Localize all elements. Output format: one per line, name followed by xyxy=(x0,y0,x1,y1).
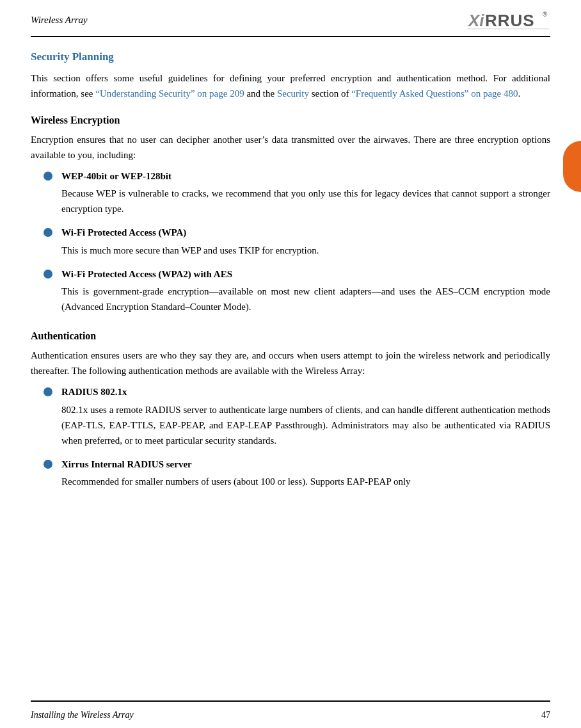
bullet-dot-wpa xyxy=(44,228,52,237)
svg-text:Xi: Xi xyxy=(467,11,484,30)
bullet-item-xirrus-radius: Xirrus Internal RADIUS server Recommende… xyxy=(44,457,550,490)
bullet-content-wep: WEP-40bit or WEP-128bit Because WEP is v… xyxy=(61,169,550,217)
auth-bullet-list: RADIUS 802.1x 802.1x uses a remote RADIU… xyxy=(44,385,550,489)
bullet-body-radius: 802.1x uses a remote RADIUS server to au… xyxy=(61,402,550,448)
security-planning-heading: Security Planning xyxy=(31,49,550,65)
bullet-title-wpa2: Wi-Fi Protected Access (WPA2) with AES xyxy=(61,267,550,282)
bullet-body-xirrus-radius: Recommended for smaller numbers of users… xyxy=(61,474,550,489)
svg-text:RRUS: RRUS xyxy=(485,11,535,30)
bullet-title-xirrus-radius: Xirrus Internal RADIUS server xyxy=(61,457,550,472)
orange-tab xyxy=(563,141,581,192)
page-header: Wireless Array Xi RRUS ® xyxy=(31,0,550,37)
bullet-content-wpa2: Wi-Fi Protected Access (WPA2) with AES T… xyxy=(61,267,550,315)
authentication-section: Authentication Authentication ensures us… xyxy=(31,328,550,489)
link-faq[interactable]: “Frequently Asked Questions” on page 480 xyxy=(351,88,518,99)
bullet-item-wpa2: Wi-Fi Protected Access (WPA2) with AES T… xyxy=(44,267,550,315)
authentication-heading: Authentication xyxy=(31,328,550,344)
bullet-item-radius: RADIUS 802.1x 802.1x uses a remote RADIU… xyxy=(44,385,550,448)
main-content: Security Planning This section offers so… xyxy=(31,49,550,700)
authentication-body: Authentication ensures users are who the… xyxy=(31,348,550,378)
bullet-content-xirrus-radius: Xirrus Internal RADIUS server Recommende… xyxy=(61,457,550,490)
bullet-body-wpa: This is much more secure than WEP and us… xyxy=(61,243,550,258)
link-security[interactable]: Security xyxy=(277,88,309,99)
security-planning-section: Security Planning This section offers so… xyxy=(31,49,550,101)
bullet-content-radius: RADIUS 802.1x 802.1x uses a remote RADIU… xyxy=(61,385,550,448)
bullet-item-wpa: Wi-Fi Protected Access (WPA) This is muc… xyxy=(44,225,550,258)
bullet-dot-wep xyxy=(44,172,52,181)
page-footer: Installing the Wireless Array 47 xyxy=(31,700,550,728)
logo-area: Xi RRUS ® xyxy=(467,9,550,31)
xirrus-logo: Xi RRUS ® xyxy=(467,9,550,31)
bullet-title-radius: RADIUS 802.1x xyxy=(61,385,550,400)
bullet-dot-wpa2 xyxy=(44,270,52,279)
bullet-item-wep: WEP-40bit or WEP-128bit Because WEP is v… xyxy=(44,169,550,217)
footer-page-number: 47 xyxy=(541,708,550,722)
encryption-bullet-list: WEP-40bit or WEP-128bit Because WEP is v… xyxy=(44,169,550,315)
wireless-encryption-section: Wireless Encryption Encryption ensures t… xyxy=(31,113,550,315)
bullet-dot-radius xyxy=(44,387,52,396)
header-title: Wireless Array xyxy=(31,13,88,28)
security-planning-intro: This section offers some useful guidelin… xyxy=(31,70,550,101)
bullet-content-wpa: Wi-Fi Protected Access (WPA) This is muc… xyxy=(61,225,550,258)
link-understanding-security[interactable]: “Understanding Security” on page 209 xyxy=(95,88,244,99)
bullet-body-wpa2: This is government-grade encryption—avai… xyxy=(61,284,550,314)
footer-left: Installing the Wireless Array xyxy=(31,708,134,722)
bullet-title-wep: WEP-40bit or WEP-128bit xyxy=(61,169,550,184)
svg-text:®: ® xyxy=(543,11,548,18)
wireless-encryption-body: Encryption ensures that no user can deci… xyxy=(31,132,550,163)
bullet-dot-xirrus-radius xyxy=(44,460,52,469)
wireless-encryption-heading: Wireless Encryption xyxy=(31,113,550,128)
bullet-body-wep: Because WEP is vulnerable to cracks, we … xyxy=(61,186,550,216)
bullet-title-wpa: Wi-Fi Protected Access (WPA) xyxy=(61,225,550,240)
